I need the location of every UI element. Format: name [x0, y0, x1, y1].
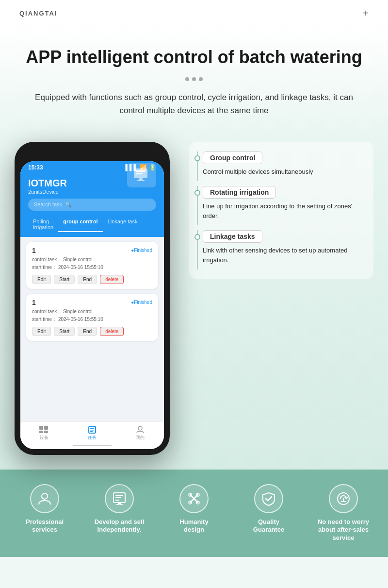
- phone-notch: [68, 148, 116, 159]
- task-card-1-header: 1 ●Finished: [32, 247, 152, 254]
- bottom-professional-services: Professionalservices: [11, 484, 79, 535]
- nav-profile-label: 我的: [136, 435, 145, 441]
- app-subtitle: 2unitsDevice: [28, 189, 67, 195]
- humanity-design-icon: [179, 484, 209, 513]
- svg-rect-8: [44, 431, 48, 433]
- svg-rect-18: [115, 500, 119, 501]
- bottom-quality: QualityGuarantee: [235, 484, 303, 535]
- dot-3: [199, 77, 203, 81]
- task-2-end-btn[interactable]: End: [78, 327, 97, 336]
- task-2-actions: Edit Start End delete: [32, 327, 152, 336]
- svg-rect-10: [90, 428, 94, 429]
- svg-point-14: [42, 493, 48, 499]
- develop-sell-label: Develop and sell independently.: [85, 518, 153, 535]
- nav-tasks-label: 任务: [88, 435, 97, 441]
- feature-dot-3: [194, 234, 200, 240]
- task-card-2-header: 1 ●Finished: [32, 299, 152, 306]
- task-2-time: start time： 2024-05-16 15:55:10: [32, 316, 152, 323]
- rotating-irrigation-desc: Line up for irrigation according to the …: [203, 202, 366, 220]
- professional-services-label: Professionalservices: [26, 518, 64, 535]
- task-card-1: 1 ●Finished control task： Single control…: [26, 242, 158, 289]
- svg-rect-6: [44, 426, 48, 430]
- task-2-edit-btn[interactable]: Edit: [32, 327, 51, 336]
- nav-devices[interactable]: 设备: [39, 426, 49, 441]
- task-1-delete-btn[interactable]: delete: [100, 275, 124, 284]
- bottom-section: Professionalservices Develop and sell in…: [0, 470, 388, 557]
- task-1-num: 1: [32, 247, 36, 254]
- linkage-tasks-desc: Link with other sensing devices to set u…: [203, 246, 366, 265]
- nav-devices-label: 设备: [40, 435, 48, 441]
- quality-guarantee-label: QualityGuarantee: [253, 518, 284, 535]
- svg-point-13: [138, 426, 142, 430]
- app-name: IOTMGR: [28, 178, 67, 189]
- task-2-delete-btn[interactable]: delete: [100, 327, 124, 336]
- feature-dot-2: [194, 190, 200, 196]
- develop-sell-icon: [105, 484, 134, 513]
- svg-rect-7: [39, 431, 43, 433]
- search-bar[interactable]: Search task 🔍: [28, 199, 156, 211]
- plus-button[interactable]: +: [363, 8, 369, 19]
- task-1-start-btn[interactable]: Start: [54, 275, 75, 284]
- svg-rect-11: [90, 430, 94, 431]
- hero-section: APP intelligent control of batch waterin…: [0, 27, 388, 142]
- app-header: IOTMGR 2unitsDevice: [20, 174, 164, 217]
- hero-dots: [19, 77, 369, 81]
- aftersales-icon: [329, 484, 358, 513]
- profile-icon: [135, 426, 145, 434]
- feature-dot-1: [194, 155, 200, 161]
- bottom-develop-sell: Develop and sell independently.: [85, 484, 153, 535]
- group-control-desc: Control multiple devices simultaneously: [203, 167, 366, 177]
- hero-title: APP intelligent control of batch waterin…: [19, 47, 369, 67]
- quality-icon: [254, 484, 283, 513]
- app-logo: [127, 163, 156, 187]
- dot-1: [185, 77, 189, 81]
- task-1-end-btn[interactable]: End: [78, 275, 97, 284]
- main-content: 15:33 ▌▌▌ 📶 🔋 IOTMGR 2unitsDevice: [0, 142, 388, 470]
- feature-panel: Group control Control multiple devices s…: [189, 142, 373, 280]
- tab-group-control[interactable]: group control: [58, 217, 103, 232]
- task-2-control: control task： Single control: [32, 308, 152, 315]
- brand-name: QIANGTAI: [19, 10, 58, 17]
- humanity-design-label: Humanitydesign: [179, 518, 208, 535]
- feature-rotating-irrigation: Rotating irrigation Line up for irrigati…: [197, 186, 366, 225]
- task-1-time: start time： 2024-05-16 15:55:10: [32, 264, 152, 271]
- group-control-badge: Group control: [203, 151, 262, 164]
- professional-services-icon: [30, 484, 59, 513]
- svg-rect-16: [115, 495, 123, 496]
- aftersales-label: No need to worry about after-sales servi…: [309, 518, 377, 543]
- svg-rect-17: [115, 497, 121, 498]
- task-2-start-btn[interactable]: Start: [54, 327, 75, 336]
- nav-tasks[interactable]: 任务: [87, 426, 97, 441]
- bottom-aftersales: No need to worry about after-sales servi…: [309, 484, 377, 543]
- svg-rect-12: [90, 431, 93, 432]
- search-icon: 🔍: [65, 202, 72, 208]
- task-1-status: ●Finished: [131, 248, 152, 253]
- devices-icon: [39, 426, 49, 434]
- svg-rect-19: [118, 503, 121, 504]
- feature-group-control: Group control Control multiple devices s…: [197, 151, 366, 182]
- svg-rect-20: [116, 504, 123, 505]
- svg-rect-5: [39, 426, 43, 430]
- svg-rect-2: [136, 173, 143, 174]
- task-1-control: control task： Single control: [32, 256, 152, 263]
- phone-task-list: 1 ●Finished control task： Single control…: [20, 237, 164, 421]
- phone-mockup: 15:33 ▌▌▌ 📶 🔋 IOTMGR 2unitsDevice: [15, 142, 179, 455]
- task-2-status: ●Finished: [131, 300, 152, 305]
- task-1-actions: Edit Start End delete: [32, 275, 152, 284]
- tasks-icon: [87, 426, 97, 434]
- home-indicator: [73, 445, 112, 446]
- hero-description: Equipped with functions such as group co…: [29, 91, 359, 117]
- phone-body: 15:33 ▌▌▌ 📶 🔋 IOTMGR 2unitsDevice: [15, 142, 170, 455]
- feature-linkage-tasks: Linkage tasks Link with other sensing de…: [197, 230, 366, 269]
- task-card-2: 1 ●Finished control task： Single control…: [26, 294, 158, 341]
- svg-rect-1: [136, 170, 146, 172]
- task-2-num: 1: [32, 299, 36, 306]
- bottom-humanity-design: Humanitydesign: [160, 484, 228, 535]
- tab-linkage-task[interactable]: Linkage task: [103, 217, 143, 232]
- status-time: 15:33: [28, 164, 43, 171]
- tab-polling-irrigation[interactable]: Pollingirrigation: [28, 217, 58, 232]
- task-1-edit-btn[interactable]: Edit: [32, 275, 51, 284]
- tabs-row: Pollingirrigation group control Linkage …: [20, 217, 164, 237]
- search-label: Search task: [34, 202, 62, 207]
- nav-profile[interactable]: 我的: [135, 426, 145, 441]
